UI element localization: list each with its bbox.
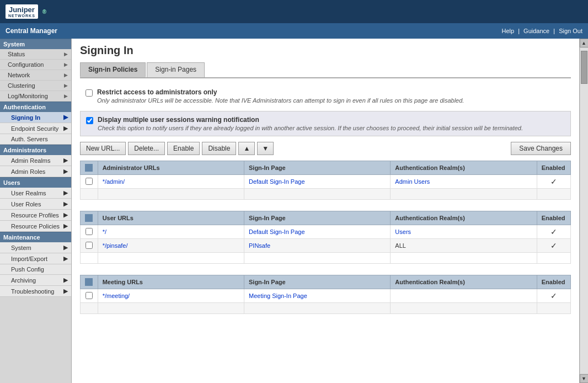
tab-sign-in-policies[interactable]: Sign-in Policies	[80, 62, 146, 77]
signout-link[interactable]: Sign Out	[559, 28, 582, 34]
arrow-icon: ▶	[63, 244, 68, 251]
user-auth-1[interactable]: Users	[395, 228, 411, 235]
meeting-table-check-header	[81, 275, 98, 289]
cm-bar: Central Manager Help | Guidance | Sign O…	[0, 23, 588, 39]
toolbar: New URL... Delete... Enable Disable ▲ ▼ …	[80, 142, 571, 155]
meeting-table-enabled-header: Enabled	[537, 275, 570, 289]
meeting-table-url-header: Meeting URLs	[98, 275, 244, 289]
disable-button[interactable]: Disable	[202, 142, 236, 155]
arrow-icon: ▶	[63, 211, 68, 219]
sidebar-item-endpoint-security[interactable]: Endpoint Security▶	[0, 123, 71, 134]
sidebar-item-user-realms[interactable]: User Realms▶	[0, 188, 71, 199]
meeting-enabled-1: ✓	[550, 291, 557, 300]
delete-button[interactable]: Delete...	[128, 142, 165, 155]
down-button[interactable]: ▼	[257, 142, 274, 155]
admin-table-auth-header: Authentication Realm(s)	[391, 161, 537, 175]
restrict-checkbox[interactable]	[85, 89, 93, 97]
meeting-urls-table: Meeting URLs Sign-In Page Authentication…	[80, 275, 571, 314]
user-enabled-2: ✓	[550, 241, 557, 250]
main-layout: System Status▶ Configuration▶ Network▶ C…	[0, 39, 588, 383]
logo-networks: NETWORKS	[8, 14, 35, 18]
scrollbar[interactable]: ▲ ▼	[579, 39, 588, 383]
admin-auth-1[interactable]: Admin Users	[395, 178, 430, 185]
sidebar-item-troubleshooting[interactable]: Troubleshooting▶	[0, 286, 71, 297]
arrow-icon: ▶	[64, 62, 68, 67]
arrow-icon: ▶	[64, 72, 68, 78]
sidebar-item-resource-profiles[interactable]: Resource Profiles▶	[0, 210, 71, 221]
scroll-thumb[interactable]	[581, 51, 587, 84]
sidebar: System Status▶ Configuration▶ Network▶ C…	[0, 39, 72, 383]
restrict-desc: Only administrator URLs will be accessib…	[97, 97, 464, 104]
user-table-check-header	[81, 211, 98, 225]
user-table-enabled-header: Enabled	[537, 211, 570, 225]
top-header: Juniper NETWORKS ®	[0, 0, 588, 23]
arrow-icon: ▶	[63, 200, 68, 208]
user-url-1[interactable]: */	[103, 228, 106, 235]
sidebar-item-resource-policies[interactable]: Resource Policies▶	[0, 221, 71, 232]
meeting-url-1[interactable]: */meeting/	[103, 292, 130, 299]
meeting-table-auth-header: Authentication Realm(s)	[391, 275, 537, 289]
user-table-auth-header: Authentication Realm(s)	[391, 211, 537, 225]
meeting-row1-checkbox[interactable]	[85, 292, 93, 299]
sidebar-item-network[interactable]: Network▶	[0, 70, 71, 81]
display-warning-row: Display multiple user sessions warning n…	[80, 111, 571, 136]
user-auth-2: ALL	[395, 242, 406, 249]
sidebar-item-log-monitoring[interactable]: Log/Monitoring▶	[0, 91, 71, 102]
sidebar-item-clustering[interactable]: Clustering▶	[0, 81, 71, 91]
meeting-page-1[interactable]: Meeting Sign-In Page	[249, 292, 307, 299]
sidebar-item-status[interactable]: Status▶	[0, 49, 71, 60]
display-warning-desc: Check this option to notify users if the…	[98, 125, 523, 131]
page-title: Signing In	[80, 44, 571, 57]
auth-section-header: Authentication	[0, 102, 71, 112]
arrow-icon: ▶	[63, 288, 68, 295]
scroll-up-arrow[interactable]: ▲	[580, 39, 589, 47]
help-link[interactable]: Help	[502, 28, 515, 34]
sidebar-item-auth-servers[interactable]: Auth. Servers	[0, 134, 71, 145]
sidebar-item-push-config[interactable]: Push Config	[0, 264, 71, 275]
tab-bar: Sign-in Policies Sign-in Pages	[80, 62, 571, 78]
sidebar-item-configuration[interactable]: Configuration▶	[0, 60, 71, 70]
arrow-icon: ▶	[63, 276, 68, 284]
user-row2-checkbox[interactable]	[85, 242, 93, 249]
sidebar-item-system[interactable]: System▶	[0, 242, 71, 253]
admin-row1-checkbox[interactable]	[85, 178, 93, 185]
sidebar-item-user-roles[interactable]: User Roles▶	[0, 199, 71, 210]
scroll-down-arrow[interactable]: ▼	[580, 374, 589, 383]
sidebar-item-archiving[interactable]: Archiving▶	[0, 275, 71, 286]
admin-table-page-header: Sign-In Page	[244, 161, 391, 175]
sidebar-item-admin-realms[interactable]: Admin Realms▶	[0, 155, 71, 166]
admin-page-1[interactable]: Default Sign-In Page	[249, 178, 305, 185]
maintenance-section-header: Maintenance	[0, 232, 71, 242]
display-warning-checkbox[interactable]	[86, 117, 93, 124]
enable-button[interactable]: Enable	[167, 142, 200, 155]
admin-url-1[interactable]: */admin/	[103, 178, 125, 185]
sidebar-item-signing-in[interactable]: Signing In▶	[0, 112, 71, 123]
system-section-header: System	[0, 39, 71, 49]
scroll-track	[580, 48, 588, 374]
admin-table-url-header: Administrator URLs	[98, 161, 244, 175]
restrict-label: Restrict access to administrators only	[97, 88, 464, 96]
sidebar-item-admin-roles[interactable]: Admin Roles▶	[0, 166, 71, 177]
user-empty-row	[81, 253, 571, 264]
up-button[interactable]: ▲	[238, 142, 255, 155]
save-changes-button[interactable]: Save Changes	[511, 142, 571, 155]
new-url-button[interactable]: New URL...	[80, 142, 126, 155]
user-table-url-header: User URLs	[98, 211, 244, 225]
sidebar-item-import-export[interactable]: Import/Export▶	[0, 253, 71, 264]
arrow-icon: ▶	[63, 114, 68, 121]
cm-title: Central Manager	[6, 27, 57, 35]
user-page-1[interactable]: Default Sign-In Page	[249, 228, 305, 235]
user-url-2[interactable]: */pinsafe/	[103, 242, 128, 249]
user-row1-checkbox[interactable]	[85, 228, 93, 235]
user-page-2[interactable]: PINsafe	[249, 242, 270, 249]
arrow-icon: ▶	[64, 83, 68, 88]
tab-sign-in-pages[interactable]: Sign-in Pages	[147, 62, 205, 77]
admin-section-header: Administrators	[0, 145, 71, 155]
meeting-table-page-header: Sign-In Page	[244, 275, 391, 289]
guidance-link[interactable]: Guidance	[523, 28, 549, 34]
user-urls-table: User URLs Sign-In Page Authentication Re…	[80, 211, 571, 264]
admin-urls-table: Administrator URLs Sign-In Page Authenti…	[80, 161, 571, 200]
admin-table-enabled-header: Enabled	[537, 161, 570, 175]
admin-table-check-header	[81, 161, 98, 175]
logo: Juniper NETWORKS ®	[6, 4, 46, 19]
